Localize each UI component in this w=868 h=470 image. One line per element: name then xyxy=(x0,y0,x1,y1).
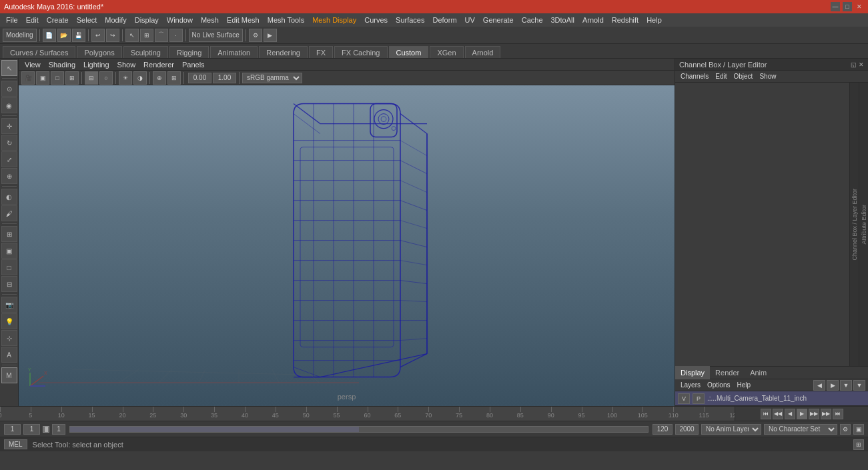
help-menu[interactable]: Help xyxy=(734,381,753,389)
sculpt-btn[interactable]: 🖌 xyxy=(1,205,17,221)
undo-btn[interactable]: ↩ xyxy=(91,29,105,42)
viewport-menu-panels[interactable]: Panels xyxy=(179,60,208,69)
layer-p-btn[interactable]: P xyxy=(693,393,705,404)
scale-tool-btn[interactable]: ⤢ xyxy=(1,151,17,167)
menu-item-window[interactable]: Window xyxy=(163,15,196,25)
options-menu[interactable]: Options xyxy=(705,381,733,389)
range-indicator-input[interactable] xyxy=(52,424,65,435)
soft-mod-btn[interactable]: ◐ xyxy=(1,189,17,205)
range-end-input[interactable] xyxy=(653,424,673,435)
locator-btn[interactable]: ⊹ xyxy=(1,330,17,346)
vp-iso-line-btn[interactable]: ⊕ xyxy=(153,71,166,85)
vp-lighting-btn[interactable]: ☀ xyxy=(119,71,132,85)
menu-item-display[interactable]: Display xyxy=(131,15,162,25)
save-btn[interactable]: 💾 xyxy=(72,29,85,42)
jump-end-btn[interactable]: ⏭ xyxy=(833,409,843,419)
rotate-tool-btn[interactable]: ↻ xyxy=(1,135,17,151)
next-frame-btn[interactable]: ▶▶ xyxy=(809,409,819,419)
layer-expand-btn[interactable]: ▼ xyxy=(840,380,852,391)
play-range-bar[interactable] xyxy=(69,426,648,433)
layer-prev-btn[interactable]: ◀ xyxy=(813,380,825,391)
lasso-select-btn[interactable]: ⊙ xyxy=(1,81,17,97)
layer-v-btn[interactable]: V xyxy=(678,393,690,404)
close-button[interactable]: ✕ xyxy=(855,2,864,11)
select-tool-btn[interactable]: ↖ xyxy=(1,60,17,76)
light-btn[interactable]: 💡 xyxy=(1,313,17,329)
status-btn1[interactable]: ⊞ xyxy=(853,439,864,450)
minimize-button[interactable]: — xyxy=(831,2,840,11)
menu-item-create[interactable]: Create xyxy=(43,15,72,25)
ws-tab-arnold[interactable]: Arnold xyxy=(465,46,501,58)
menu-item-uv[interactable]: UV xyxy=(462,15,478,25)
menu-item-file[interactable]: File xyxy=(3,15,21,25)
menu-item-deform[interactable]: Deform xyxy=(429,15,460,25)
vp-resolution-gate-btn[interactable]: □ xyxy=(51,71,64,85)
vp-grid-btn[interactable]: ⊞ xyxy=(167,71,181,85)
vp-value1-input[interactable] xyxy=(188,73,211,83)
ws-tab-rendering[interactable]: Rendering xyxy=(259,46,308,58)
paint-select-btn[interactable]: ◉ xyxy=(1,97,17,113)
ws-tab-animation[interactable]: Animation xyxy=(210,46,258,58)
play-fwd-btn[interactable]: ▶ xyxy=(797,409,807,419)
show-manipulator-btn[interactable]: ⊞ xyxy=(1,226,17,242)
ws-tab-polygons[interactable]: Polygons xyxy=(77,46,121,58)
object-menu[interactable]: Object xyxy=(731,73,756,80)
ws-tab-sculpting[interactable]: Sculpting xyxy=(123,46,168,58)
menu-item-edit[interactable]: Edit xyxy=(23,15,42,25)
channels-menu[interactable]: Channels xyxy=(678,73,711,80)
layout-single-btn[interactable]: □ xyxy=(1,259,17,275)
vp-camera-btn[interactable]: 🎥 xyxy=(21,71,35,85)
menu-item-edit-mesh[interactable]: Edit Mesh xyxy=(224,15,263,25)
ws-tab-xgen[interactable]: XGen xyxy=(430,46,463,58)
panel-close-btn[interactable]: ✕ xyxy=(859,61,864,68)
current-frame-input[interactable] xyxy=(4,424,21,435)
step-back-btn[interactable]: ◀◀ xyxy=(773,409,783,419)
render-tab[interactable]: Render xyxy=(710,366,745,379)
menu-item-cache[interactable]: Cache xyxy=(518,15,546,25)
menu-item-select[interactable]: Select xyxy=(73,15,101,25)
menu-item-mesh[interactable]: Mesh xyxy=(197,15,222,25)
anim-end-input[interactable] xyxy=(675,424,699,435)
step-fwd-btn[interactable]: ▶▶ xyxy=(821,409,831,419)
timeline-ruler[interactable]: 0510152025303540455055606570758085909510… xyxy=(0,407,735,421)
preferences-btn[interactable]: ⚙ xyxy=(840,424,851,435)
maximize-button[interactable]: □ xyxy=(843,2,852,11)
menu-item-mesh-display[interactable]: Mesh Display xyxy=(309,15,360,25)
camera-btn[interactable]: 📷 xyxy=(1,297,17,313)
render-btn[interactable]: ▶ xyxy=(264,29,277,42)
menu-item-help[interactable]: Help xyxy=(643,15,665,25)
vp-film-gate-btn[interactable]: ▣ xyxy=(36,71,49,85)
attribute-editor-label[interactable]: Attribute Editor xyxy=(861,205,867,245)
color-space-select[interactable]: sRGB gamma xyxy=(242,73,302,83)
ws-tab-curves-surfaces[interactable]: Curves / Surfaces xyxy=(3,46,75,58)
ws-tab-rigging[interactable]: Rigging xyxy=(169,46,209,58)
workspace-selector[interactable]: Modeling xyxy=(3,29,37,42)
current-frame-2-input[interactable] xyxy=(23,424,40,435)
ws-tab-fx-caching[interactable]: FX Caching xyxy=(334,46,387,58)
vp-safe-action-btn[interactable]: ⊞ xyxy=(65,71,79,85)
anim-tab[interactable]: Anim xyxy=(745,366,772,379)
redo-btn[interactable]: ↪ xyxy=(106,29,119,42)
viewport-menu-renderer[interactable]: Renderer xyxy=(140,60,177,69)
mel-mode-label[interactable]: MEL xyxy=(4,439,27,449)
layer-next-btn[interactable]: ▶ xyxy=(827,380,839,391)
show-menu[interactable]: Show xyxy=(757,73,779,80)
3d-viewport[interactable]: X Y persp xyxy=(19,85,675,406)
menu-item-mesh-tools[interactable]: Mesh Tools xyxy=(264,15,308,25)
render-settings-btn[interactable]: ⚙ xyxy=(249,29,262,42)
live-surface-label[interactable]: No Live Surface xyxy=(189,29,243,42)
viewport-menu-view[interactable]: View xyxy=(21,60,44,69)
menu-item-3dtoall[interactable]: 3DtoAll xyxy=(548,15,578,25)
display-tab[interactable]: Display xyxy=(675,366,710,379)
menu-item-surfaces[interactable]: Surfaces xyxy=(392,15,428,25)
prev-frame-btn[interactable]: ◀ xyxy=(785,409,795,419)
menu-item-redshift[interactable]: Redshift xyxy=(608,15,642,25)
viewport-menu-shading[interactable]: Shading xyxy=(45,60,79,69)
ws-tab-custom[interactable]: Custom xyxy=(389,46,429,58)
ws-tab-fx[interactable]: FX xyxy=(309,46,333,58)
layers-menu[interactable]: Layers xyxy=(678,381,703,389)
channel-box-side-label[interactable]: Channel Box / Layer Editor xyxy=(851,189,858,261)
menu-item-curves[interactable]: Curves xyxy=(361,15,391,25)
maya-logo-btn[interactable]: M xyxy=(1,367,17,383)
move-tool-btn[interactable]: ✛ xyxy=(1,118,17,134)
